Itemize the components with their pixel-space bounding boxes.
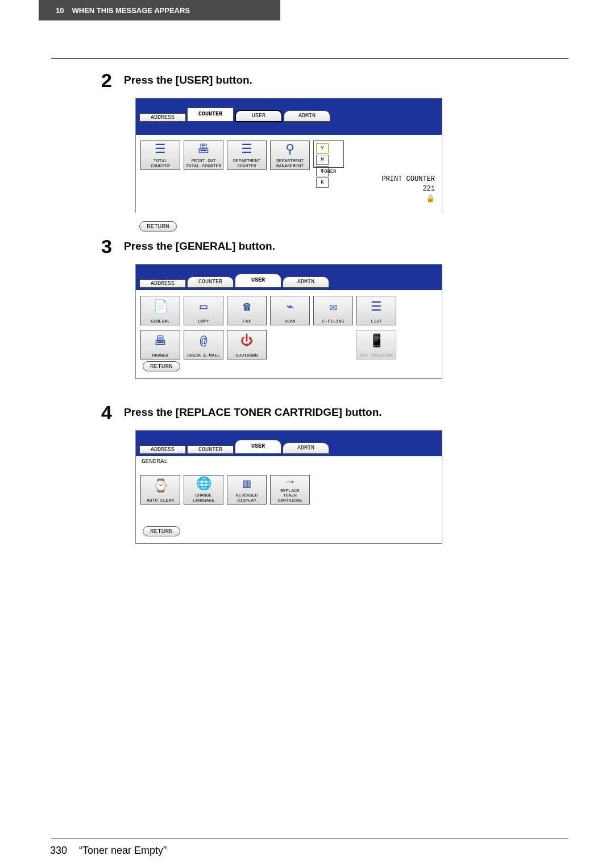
autoclear-icon: ⌚ — [153, 476, 168, 498]
tab-counter[interactable]: COUNTER — [187, 108, 234, 121]
tile-scan[interactable]: ⌁SCAN — [270, 296, 310, 325]
efiling-icon: ✉ — [329, 296, 337, 319]
chapter-header: 10 WHEN THIS MESSAGE APPEARS — [39, 0, 280, 20]
return-button[interactable]: RETURN — [139, 221, 177, 232]
tile-general[interactable]: 📄GENERAL — [140, 296, 180, 325]
bottom-rule — [51, 838, 569, 838]
dept-mgmt-icon: ⚲ — [285, 141, 294, 159]
fax-icon: ☎ — [243, 296, 250, 319]
dept-counter-icon: ☰ — [241, 141, 252, 159]
shutdown-icon: ⏻ — [240, 330, 253, 353]
tab-counter[interactable]: COUNTER — [187, 445, 234, 454]
tab-address[interactable]: ADDRESS — [139, 279, 186, 288]
tab-user[interactable]: USER — [235, 110, 283, 122]
tile-check-email[interactable]: @CHECK E-MAIL — [184, 330, 223, 359]
step-3-number: 3 — [101, 235, 112, 258]
lock-icon: 🔒 — [381, 194, 435, 204]
tile-total-counter[interactable]: ☰ TOTAL COUNTER — [140, 140, 180, 170]
tile-bip-printing: 📱BIP PRINTING — [356, 330, 396, 359]
copy-icon: ▭ — [200, 296, 207, 319]
tile-dept-counter[interactable]: ☰ DEPARTMENT COUNTER — [227, 140, 267, 170]
tile-shutdown[interactable]: ⏻SHUTDOWN — [227, 330, 267, 359]
print-counter-value: 221 — [381, 184, 435, 194]
tab-user[interactable]: USER — [235, 440, 281, 453]
step-4-text: Press the [REPLACE TONER CARTRIDGE] butt… — [124, 405, 563, 419]
list-icon: ☰ — [371, 296, 382, 319]
tile-fax[interactable]: ☎FAX — [227, 296, 267, 325]
top-rule — [51, 58, 569, 59]
footer-title: “Toner near Empty” — [79, 845, 167, 856]
drawer-icon: 🖶 — [154, 330, 167, 353]
chapter-number: 10 — [56, 6, 64, 15]
globe-icon: 🌐 — [196, 476, 211, 493]
screenshot-4: ADDRESS COUNTER USER ADMIN GENERAL ⌚AUTO… — [135, 430, 442, 544]
step-2-number: 2 — [101, 69, 112, 92]
tile-efiling[interactable]: ✉E-FILING — [313, 296, 353, 325]
tile-copy[interactable]: ▭COPY — [184, 296, 223, 325]
tile-reversed-display[interactable]: ▥REVERSED DISPLAY — [227, 475, 267, 505]
tile-list[interactable]: ☰LIST — [356, 296, 396, 325]
general-icon: 📄 — [153, 296, 168, 319]
tab-admin[interactable]: ADMIN — [284, 110, 330, 122]
tab-admin[interactable]: ADMIN — [283, 276, 329, 288]
chapter-title: WHEN THIS MESSAGE APPEARS — [72, 6, 190, 15]
step-3-text: Press the [GENERAL] button. — [124, 239, 563, 253]
tab-counter[interactable]: COUNTER — [187, 276, 234, 288]
tile-print-out[interactable]: 🖶 PRINT OUT TOTAL COUNTER — [184, 140, 223, 170]
bip-icon: 📱 — [369, 330, 384, 353]
screenshot-3: ADDRESS COUNTER USER ADMIN 📄GENERAL ▭COP… — [135, 264, 442, 379]
email-icon: @ — [200, 330, 207, 353]
tab-admin[interactable]: ADMIN — [283, 443, 329, 454]
tile-change-language[interactable]: 🌐CHANGE LANGUAGE — [184, 475, 223, 505]
tab-user[interactable]: USER — [235, 274, 281, 287]
page-number: 330 — [50, 845, 67, 856]
print-counter-label: PRINT COUNTER — [381, 175, 435, 184]
general-section-label: GENERAL — [136, 456, 442, 465]
return-button[interactable]: RETURN — [143, 361, 180, 371]
printer-icon: 🖶 — [197, 141, 210, 159]
toner-label: TONER — [321, 169, 336, 175]
tab-address[interactable]: ADDRESS — [139, 445, 186, 454]
replace-toner-icon: → — [286, 476, 293, 489]
tile-drawer[interactable]: 🖶DRAWER — [140, 330, 180, 359]
step-4-number: 4 — [101, 402, 112, 424]
toner-indicator: Y M C K — [313, 140, 344, 168]
screenshot-2: ADDRESS COUNTER USER ADMIN ☰ TOTAL COUNT… — [135, 98, 442, 213]
tile-dept-mgmt[interactable]: ⚲ DEPARTMENT MANAGEMENT — [270, 140, 310, 170]
reversed-icon: ▥ — [243, 476, 250, 493]
tile-replace-toner[interactable]: →REPLACE TONER CARTRIDGE — [270, 475, 310, 505]
page-footer: 330 “Toner near Empty” — [50, 845, 167, 857]
scan-icon: ⌁ — [286, 296, 293, 319]
return-button[interactable]: RETURN — [143, 526, 180, 536]
counter-list-icon: ☰ — [155, 141, 166, 159]
step-2-text: Press the [USER] button. — [124, 73, 563, 86]
tab-address[interactable]: ADDRESS — [139, 113, 186, 122]
tile-auto-clear[interactable]: ⌚AUTO CLEAR — [140, 475, 180, 505]
